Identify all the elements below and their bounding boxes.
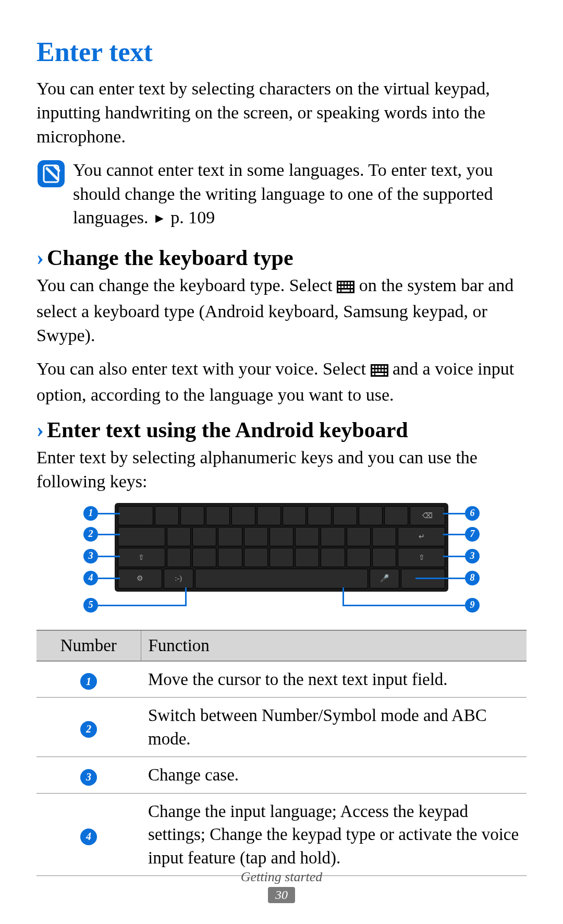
keyboard-icon	[371, 359, 388, 383]
function-table: Number Function 1 Move the cursor to the…	[36, 630, 527, 877]
callout-3r: 3	[465, 549, 480, 563]
footer-section-name: Getting started	[0, 869, 563, 885]
callout-1: 1	[83, 506, 98, 521]
svg-rect-12	[351, 286, 353, 288]
row-function: Switch between Number/Symbol mode and AB…	[141, 698, 527, 757]
svg-rect-22	[372, 369, 374, 371]
row-badge: 4	[80, 829, 97, 845]
table-row: 3 Change case.	[36, 757, 527, 794]
table-row: 4 Change the input language; Access the …	[36, 793, 527, 876]
table-row: 1 Move the cursor to the next text input…	[36, 661, 527, 698]
note-icon	[36, 159, 66, 190]
callout-7: 7	[465, 527, 480, 542]
callout-8: 8	[465, 571, 480, 585]
svg-rect-27	[372, 373, 374, 375]
svg-rect-17	[372, 366, 374, 368]
callout-2: 2	[83, 527, 98, 542]
keyboard-icon	[337, 275, 354, 299]
svg-rect-24	[378, 369, 381, 371]
table-row: 2 Switch between Number/Symbol mode and …	[36, 698, 527, 757]
chevron-icon: ›	[36, 418, 44, 442]
keyboard-diagram: ⌫ ↵ ⇧⇧ ⚙:-)🎤 1 2 3 4 5 6 7 3	[36, 503, 527, 615]
svg-rect-29	[385, 373, 387, 375]
note-block: You cannot enter text in some languages.…	[36, 158, 527, 230]
svg-rect-11	[348, 286, 350, 288]
callout-9: 9	[465, 598, 480, 613]
row-function: Change the input language; Access the ke…	[141, 793, 527, 876]
svg-rect-28	[375, 373, 384, 375]
svg-rect-15	[351, 290, 353, 292]
svg-rect-9	[341, 286, 344, 288]
note-text: You cannot enter text in some languages.…	[73, 158, 527, 230]
sub-heading-change-keyboard: ›Change the keyboard type	[36, 245, 527, 270]
svg-rect-3	[338, 282, 340, 284]
callout-5: 5	[83, 598, 98, 613]
page-footer: Getting started 30	[0, 869, 563, 903]
svg-rect-4	[341, 282, 344, 284]
row-badge: 3	[80, 769, 97, 786]
keyboard-graphic: ⌫ ↵ ⇧⇧ ⚙:-)🎤	[115, 503, 448, 592]
section-title: Enter text	[36, 37, 527, 67]
change-keyboard-p2: You can also enter text with your voice.…	[36, 357, 527, 407]
svg-rect-21	[385, 366, 387, 368]
footer-page-number: 30	[268, 887, 295, 903]
sub-heading-android-keyboard: ›Enter text using the Android keyboard	[36, 417, 527, 442]
svg-rect-6	[348, 282, 350, 284]
svg-rect-26	[385, 369, 387, 371]
svg-rect-13	[338, 290, 340, 292]
svg-rect-5	[345, 282, 347, 284]
chevron-icon: ›	[36, 246, 44, 270]
svg-rect-10	[345, 286, 347, 288]
intro-paragraph: You can enter text by selecting characte…	[36, 77, 527, 149]
svg-rect-23	[375, 369, 377, 371]
android-keyboard-p1: Enter text by selecting alphanumeric key…	[36, 446, 527, 494]
row-function: Change case.	[141, 757, 527, 794]
svg-rect-19	[378, 366, 381, 368]
callout-3: 3	[83, 549, 98, 563]
table-header-number: Number	[36, 630, 141, 661]
row-badge: 1	[80, 673, 97, 690]
callout-4: 4	[83, 571, 98, 585]
svg-rect-18	[375, 366, 377, 368]
svg-rect-14	[341, 290, 350, 292]
row-badge: 2	[80, 721, 97, 738]
table-header-function: Function	[141, 630, 527, 661]
svg-rect-8	[338, 286, 340, 288]
row-function: Move the cursor to the next text input f…	[141, 661, 527, 698]
svg-rect-25	[382, 369, 384, 371]
callout-6: 6	[465, 506, 480, 521]
svg-rect-20	[382, 366, 384, 368]
svg-rect-7	[351, 282, 353, 284]
change-keyboard-p1: You can change the keyboard type. Select…	[36, 273, 527, 347]
